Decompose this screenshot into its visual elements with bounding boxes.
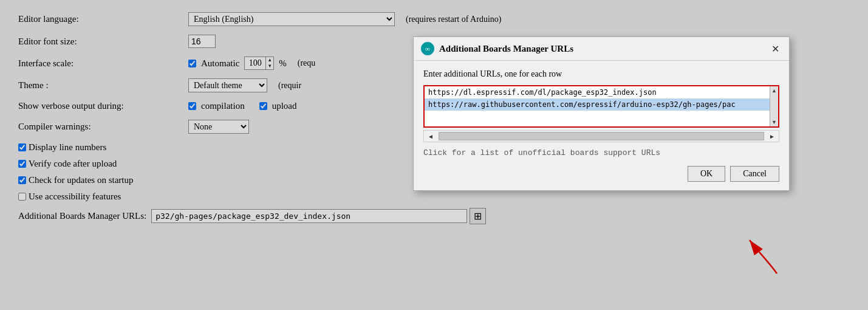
dialog-title-text: Additional Boards Manager URLs bbox=[439, 44, 573, 54]
url-textarea[interactable]: https://dl.espressif.com/dl/package_esp3… bbox=[423, 85, 779, 128]
arduino-logo-icon: ∞ bbox=[421, 42, 434, 55]
dialog-titlebar: ∞ Additional Boards Manager URLs ✕ bbox=[414, 37, 789, 61]
unofficial-boards-link[interactable]: Click for a list of unofficial boards su… bbox=[423, 148, 779, 157]
hscroll-track[interactable] bbox=[439, 132, 764, 140]
dialog-buttons: OK Cancel bbox=[423, 166, 779, 182]
url-line-1: https://dl.espressif.com/dl/package_esp3… bbox=[425, 86, 778, 98]
url-line-2: https://raw.githubusercontent.com/espres… bbox=[425, 98, 778, 111]
textarea-scrollbar: ▲ ▼ bbox=[770, 86, 778, 126]
cancel-button[interactable]: Cancel bbox=[730, 166, 779, 182]
scrollbar-up-icon[interactable]: ▲ bbox=[770, 86, 778, 95]
dialog-close-button[interactable]: ✕ bbox=[769, 43, 782, 55]
horizontal-scrollbar[interactable]: ◄ ► bbox=[423, 130, 779, 142]
dialog-body: Enter additional URLs, one for each row … bbox=[414, 61, 789, 190]
dialog-overlay: ∞ Additional Boards Manager URLs ✕ Enter… bbox=[0, 0, 868, 310]
dialog-title-area: ∞ Additional Boards Manager URLs bbox=[421, 42, 573, 55]
scrollbar-down-icon[interactable]: ▼ bbox=[770, 118, 778, 126]
red-arrow-annotation bbox=[740, 234, 789, 277]
hscroll-left-icon[interactable]: ◄ bbox=[424, 132, 437, 141]
dialog-description: Enter additional URLs, one for each row bbox=[423, 69, 779, 79]
close-icon: ✕ bbox=[771, 44, 779, 54]
ok-button[interactable]: OK bbox=[688, 166, 725, 182]
boards-manager-dialog: ∞ Additional Boards Manager URLs ✕ Enter… bbox=[413, 36, 790, 191]
hscroll-right-icon[interactable]: ► bbox=[765, 132, 779, 141]
